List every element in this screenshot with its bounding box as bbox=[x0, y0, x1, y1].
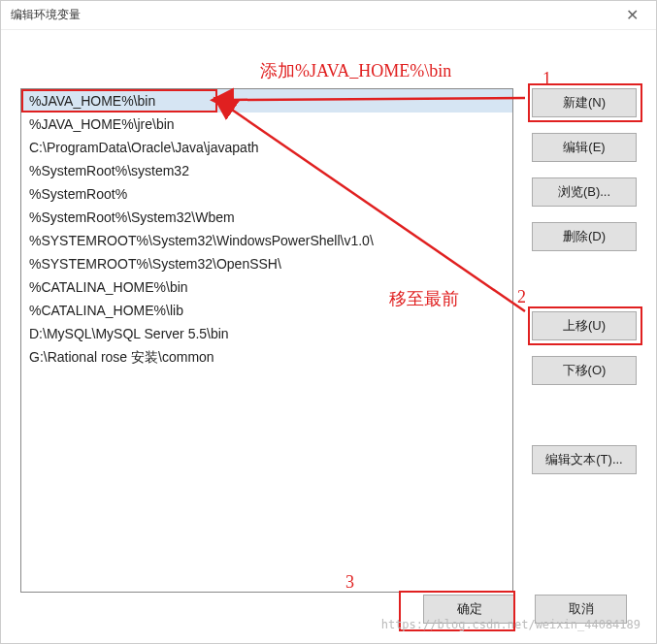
list-item[interactable]: %SystemRoot%\system32 bbox=[21, 159, 512, 182]
watermark-text: https://blog.csdn.net/weixin_44084189 bbox=[381, 618, 641, 631]
list-item[interactable]: G:\Rational rose 安装\common bbox=[21, 345, 512, 369]
list-item[interactable]: %CATALINA_HOME%\bin bbox=[21, 275, 512, 299]
button-column: 新建(N) 编辑(E) 浏览(B)... 删除(D) 上移(U) 下移(O) 编… bbox=[532, 88, 637, 474]
path-listbox[interactable]: %JAVA_HOME%\bin %JAVA_HOME%\jre\bin C:\P… bbox=[20, 88, 513, 593]
list-item[interactable]: %SYSTEMROOT%\System32\OpenSSH\ bbox=[21, 252, 512, 275]
close-icon[interactable]: ✕ bbox=[618, 4, 646, 26]
list-item[interactable]: %CATALINA_HOME%\lib bbox=[21, 299, 512, 322]
list-item[interactable]: %SystemRoot% bbox=[21, 182, 512, 206]
browse-button[interactable]: 浏览(B)... bbox=[532, 177, 637, 207]
list-item[interactable]: %SYSTEMROOT%\System32\WindowsPowerShell\… bbox=[21, 229, 512, 252]
delete-button[interactable]: 删除(D) bbox=[532, 222, 637, 251]
dialog-window: 编辑环境变量 ✕ %JAVA_HOME%\bin %JAVA_HOME%\jre… bbox=[0, 0, 657, 644]
annotation-number-1: 1 bbox=[542, 69, 551, 89]
window-title: 编辑环境变量 bbox=[11, 7, 81, 23]
list-item[interactable]: %JAVA_HOME%\bin bbox=[21, 89, 512, 113]
spacer bbox=[532, 267, 637, 296]
move-down-button[interactable]: 下移(O) bbox=[532, 356, 637, 385]
annotation-add-text: 添加%JAVA_HOME%\bin bbox=[260, 59, 451, 82]
annotation-number-2: 2 bbox=[517, 287, 526, 307]
list-item[interactable]: D:\MySQL\MySQL Server 5.5\bin bbox=[21, 322, 512, 345]
edit-button[interactable]: 编辑(E) bbox=[532, 133, 637, 162]
edit-text-button[interactable]: 编辑文本(T)... bbox=[532, 445, 637, 474]
list-item[interactable]: %JAVA_HOME%\jre\bin bbox=[21, 113, 512, 136]
list-item[interactable]: C:\ProgramData\Oracle\Java\javapath bbox=[21, 136, 512, 159]
list-item[interactable]: %SystemRoot%\System32\Wbem bbox=[21, 206, 512, 229]
dialog-content: %JAVA_HOME%\bin %JAVA_HOME%\jre\bin C:\P… bbox=[1, 30, 656, 643]
titlebar: 编辑环境变量 ✕ bbox=[1, 1, 656, 30]
spacer bbox=[532, 401, 637, 430]
move-up-button[interactable]: 上移(U) bbox=[532, 311, 637, 340]
new-button[interactable]: 新建(N) bbox=[532, 88, 637, 117]
